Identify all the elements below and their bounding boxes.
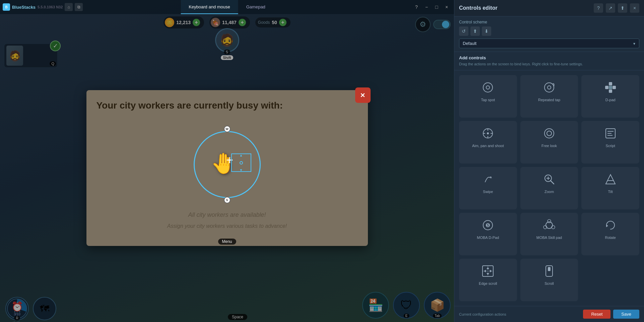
control-swipe[interactable]: Swipe	[459, 167, 517, 209]
center-tabs: Keyboard and mouse Gamepad	[181, 0, 273, 14]
app-name: BlueStacks	[12, 5, 36, 10]
scheme-row: Control scheme ↺ ⬆ ⬇ Default	[454, 16, 644, 52]
control-aim-pan-shoot[interactable]: Aim, pan and shoot	[459, 121, 517, 164]
aim-pan-shoot-icon	[480, 125, 496, 141]
scheme-refresh-button[interactable]: ↺	[459, 26, 468, 36]
control-edge-scroll[interactable]: Edge scroll	[459, 259, 517, 301]
svg-point-0	[483, 83, 493, 92]
aim-pan-shoot-label: Aim, pan and shoot	[472, 143, 504, 148]
control-repeated-tap[interactable]: Repeated tap	[520, 75, 578, 118]
edge-scroll-label: Edge scroll	[479, 281, 497, 286]
moba-skill-pad-icon	[541, 217, 557, 233]
controls-panel-title: Controls editor	[459, 5, 591, 11]
rotate-icon	[602, 217, 619, 233]
modal-key-hint: Menu	[218, 239, 236, 245]
svg-rect-4	[609, 82, 612, 85]
repeated-tap-icon	[541, 79, 557, 95]
rotate-label: Rotate	[605, 235, 616, 240]
control-tilt[interactable]: Tilt	[581, 167, 639, 209]
swipe-label: Swipe	[483, 189, 493, 194]
moba-dpad-icon: S	[480, 217, 496, 233]
controls-export-button[interactable]: ⬆	[618, 3, 627, 13]
svg-marker-37	[487, 267, 489, 269]
script-label: Script	[606, 143, 615, 148]
controls-grid: Tap spot Repeated tap	[454, 70, 644, 306]
maximize-button[interactable]: □	[432, 2, 441, 12]
svg-point-3	[548, 86, 551, 89]
modal-content: W S 🤚 + ▲ ▼	[96, 118, 358, 211]
dpad-icon	[602, 79, 619, 95]
tilt-label: Tilt	[608, 189, 613, 194]
add-controls-desc: Drag the actions on the screen to bind k…	[459, 62, 639, 67]
svg-rect-6	[605, 86, 608, 89]
dpad-label: D-pad	[605, 98, 616, 102]
tab-gamepad[interactable]: Gamepad	[238, 0, 273, 14]
control-scroll[interactable]: Scroll	[520, 259, 578, 301]
tap-spot-label: Tap spot	[481, 98, 495, 102]
scroll-icon	[541, 263, 557, 279]
control-zoom[interactable]: Zoom	[520, 167, 578, 209]
svg-rect-42	[548, 267, 551, 271]
reset-button[interactable]: Reset	[583, 310, 610, 319]
svg-marker-33	[606, 224, 608, 227]
control-free-look[interactable]: Free look	[520, 121, 578, 164]
minimize-button[interactable]: −	[422, 2, 431, 12]
bottom-actions: Current configuration actions Reset Save	[454, 306, 644, 322]
controls-close-button[interactable]: ×	[630, 3, 639, 13]
svg-point-30	[548, 219, 551, 223]
modal-text2: Assign your city workers various tasks t…	[96, 223, 358, 229]
controls-help-button[interactable]: ?	[594, 3, 603, 13]
svg-text:S: S	[487, 223, 489, 227]
tilt-icon	[602, 171, 619, 187]
control-moba-dpad[interactable]: S MOBA D-Pad	[459, 213, 517, 255]
modal-text1: All city workers are available!	[96, 211, 358, 218]
controls-share-button[interactable]: ↗	[606, 3, 615, 13]
scheme-download-button[interactable]: ⬇	[482, 26, 491, 36]
svg-line-23	[551, 181, 554, 184]
free-look-label: Free look	[541, 143, 557, 148]
tap-spot-icon	[480, 79, 496, 95]
control-moba-skill-pad[interactable]: MOBA Skill pad	[520, 213, 578, 255]
bs-icon: B	[3, 3, 10, 11]
bluestacks-logo: B BlueStacks 5.5.0.1063 N32	[3, 3, 63, 11]
game-area: B BlueStacks 5.5.0.1063 N32 ⌂ ⧉ Keyboard…	[0, 0, 454, 322]
close-button[interactable]: ×	[442, 2, 451, 12]
tab-keyboard[interactable]: Keyboard and mouse	[181, 0, 238, 14]
scheme-label: Control scheme	[459, 20, 639, 24]
save-button[interactable]: Save	[613, 310, 639, 319]
repeated-tap-label: Repeated tap	[538, 98, 560, 102]
scheme-upload-button[interactable]: ⬆	[470, 26, 480, 36]
controls-editor-panel: Controls editor ? ↗ ⬆ × Control scheme ↺…	[454, 0, 644, 322]
zoom-label: Zoom	[544, 189, 554, 194]
scroll-label: Scroll	[544, 281, 554, 286]
svg-rect-5	[609, 89, 612, 93]
svg-point-15	[544, 129, 554, 138]
control-tap-spot[interactable]: Tap spot	[459, 75, 517, 118]
control-rotate[interactable]: Rotate	[581, 213, 639, 255]
swipe-icon	[480, 171, 496, 187]
pan-shoot-control: W S 🤚 + ▲ ▼	[187, 124, 267, 205]
svg-point-16	[547, 131, 552, 136]
aim-center	[240, 161, 243, 165]
app-version: 5.5.0.1063 N32	[38, 5, 63, 9]
scheme-select[interactable]: Default	[459, 39, 639, 48]
control-dpad[interactable]: D-pad	[581, 75, 639, 118]
modal-close-button[interactable]: ×	[355, 87, 371, 103]
add-controls-title: Add controls	[459, 55, 639, 60]
win-controls: ? − □ ×	[412, 0, 454, 14]
copy-icon[interactable]: ⧉	[75, 3, 83, 11]
config-label: Current configuration actions	[459, 312, 506, 316]
svg-rect-7	[613, 86, 616, 89]
free-look-icon	[541, 125, 557, 141]
scheme-actions: ↺ ⬆ ⬇	[459, 26, 639, 36]
aim-arrow-up: ▲	[240, 153, 243, 157]
svg-rect-8	[609, 86, 612, 89]
scheme-select-wrapper: Default	[459, 39, 639, 48]
control-script[interactable]: Script	[581, 121, 639, 164]
home-icon[interactable]: ⌂	[65, 3, 73, 11]
svg-point-14	[487, 132, 489, 134]
aim-box: ▲ ▼	[231, 153, 251, 172]
modal-dialog: Your city workers are currently busy wit…	[86, 90, 368, 246]
waypoint-top: W	[224, 126, 231, 132]
help-button[interactable]: ?	[412, 2, 421, 12]
